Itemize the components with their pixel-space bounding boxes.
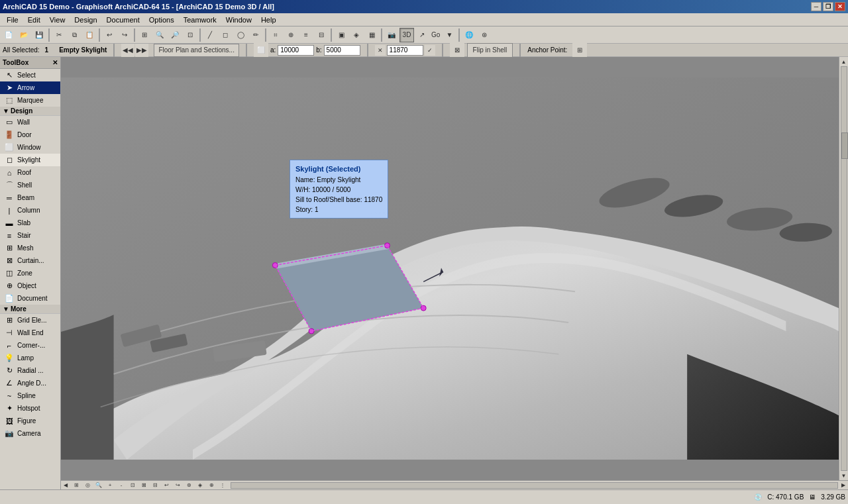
scroll-right-button[interactable]: ▶ xyxy=(839,481,847,489)
shell-tool[interactable]: ⌒ Shell xyxy=(0,179,60,191)
restore-button[interactable]: ❐ xyxy=(823,2,833,11)
hotspot-tool[interactable]: ✦ Hotspot xyxy=(0,402,60,415)
figure-tool[interactable]: 🖼 Figure xyxy=(0,415,60,427)
slab-tool[interactable]: ▬ Slab xyxy=(0,217,60,229)
sb-icon4[interactable]: + xyxy=(105,481,115,489)
menu-help[interactable]: Help xyxy=(257,15,280,25)
open-button[interactable]: 📂 xyxy=(17,28,31,42)
menu-window[interactable]: Window xyxy=(222,15,256,25)
menu-edit[interactable]: Edit xyxy=(24,15,44,25)
fit-button[interactable]: ⊡ xyxy=(183,28,197,42)
menu-design[interactable]: Design xyxy=(70,15,101,25)
redo-button[interactable]: ↪ xyxy=(117,28,132,42)
sb-icon11[interactable]: ⊛ xyxy=(184,481,194,489)
coord-check[interactable]: ✓ xyxy=(425,45,435,56)
skylight-tool[interactable]: ◻ Skylight xyxy=(0,154,60,166)
sb-icon5[interactable]: - xyxy=(116,481,127,489)
horizontal-scrollbar[interactable]: ◀ ⊞ ◎ 🔍 + - ⊡ ⊠ ⊟ ↩ ↪ ⊛ ◈ ⊕ ⋮ ▶ xyxy=(61,480,848,489)
marquee-tool[interactable]: ⬚ Marquee xyxy=(0,94,60,107)
render-btn1[interactable]: ▣ xyxy=(334,28,348,42)
angle-tool[interactable]: ∠ Angle D... xyxy=(0,377,60,389)
tool-btn6[interactable]: ⊕ xyxy=(284,28,298,42)
sb-icon12[interactable]: ◈ xyxy=(195,481,205,489)
sb-icon7[interactable]: ⊠ xyxy=(138,481,149,489)
menu-options[interactable]: Options xyxy=(145,15,178,25)
go-dropdown[interactable]: ▼ xyxy=(442,28,456,42)
tool-btn5[interactable]: ⌗ xyxy=(268,28,283,42)
coord-value[interactable]: 11870 xyxy=(387,45,423,56)
grid-element-tool[interactable]: ⊞ Grid Ele... xyxy=(0,314,60,327)
sb-icon13[interactable]: ⊕ xyxy=(206,481,217,489)
next-floor-button[interactable]: ▶▶ xyxy=(135,44,148,57)
wall-end-tool[interactable]: ⊣ Wall End xyxy=(0,327,60,339)
scroll-up-button[interactable]: ▲ xyxy=(840,58,848,66)
select-all-button[interactable]: ⊞ xyxy=(137,28,152,42)
draw-btn3[interactable]: ◯ xyxy=(233,28,248,42)
draw-btn2[interactable]: ◻ xyxy=(218,28,233,42)
arrow-tool[interactable]: ➤ Arrow xyxy=(0,81,60,94)
zoom-in-button[interactable]: 🔍 xyxy=(152,28,167,42)
beam-tool[interactable]: ═ Beam xyxy=(0,191,60,204)
zone-tool[interactable]: ◫ Zone xyxy=(0,267,60,279)
radial-tool[interactable]: ↻ Radial ... xyxy=(0,364,60,377)
undo-button[interactable]: ↩ xyxy=(102,28,117,42)
document-tool[interactable]: 📄 Document xyxy=(0,292,60,305)
sb-icon9[interactable]: ↩ xyxy=(161,481,172,489)
mesh-tool[interactable]: ⊞ Mesh xyxy=(0,242,60,254)
window-tool[interactable]: ⬜ Window xyxy=(0,141,60,154)
save-button[interactable]: 💾 xyxy=(32,28,46,42)
vertical-scrollbar[interactable]: ▲ ▼ xyxy=(839,57,848,480)
nav-btn1[interactable]: 🌐 xyxy=(462,28,476,42)
flip-shell-button[interactable]: Flip in Shell xyxy=(467,43,513,58)
sb-icon3[interactable]: 🔍 xyxy=(93,481,104,489)
corner-tool[interactable]: ⌐ Corner-... xyxy=(0,339,60,352)
minimize-button[interactable]: ─ xyxy=(811,2,822,11)
menu-view[interactable]: View xyxy=(46,15,70,25)
render-btn2[interactable]: ◈ xyxy=(349,28,364,42)
menu-document[interactable]: Document xyxy=(103,15,144,25)
a-value[interactable]: 10000 xyxy=(278,45,314,56)
copy-button[interactable]: ⧉ xyxy=(67,28,81,42)
sb-icon10[interactable]: ↪ xyxy=(172,481,183,489)
door-tool[interactable]: 🚪 Door xyxy=(0,128,60,141)
sb-icon2[interactable]: ◎ xyxy=(82,481,93,489)
tool-btn8[interactable]: ⊟ xyxy=(314,28,329,42)
more-section-header[interactable]: ▼ More xyxy=(0,305,60,314)
select-tool[interactable]: ↖ Select xyxy=(0,69,60,81)
skylight-icon-btn[interactable]: ⬜ xyxy=(254,43,268,58)
sb-icon1[interactable]: ⊞ xyxy=(71,481,81,489)
zoom-out-button[interactable]: 🔎 xyxy=(168,28,182,42)
floor-plan-button[interactable]: Floor Plan and Sections... xyxy=(154,44,239,57)
srf-btn[interactable]: ⊠ xyxy=(450,43,464,58)
3d-view-button[interactable]: 3D xyxy=(399,28,414,42)
scroll-left-button[interactable]: ◀ xyxy=(62,481,70,489)
menu-file[interactable]: File xyxy=(3,15,23,25)
wall-tool[interactable]: ▭ Wall xyxy=(0,116,60,128)
b-value[interactable]: 5000 xyxy=(324,45,360,56)
column-tool[interactable]: | Column xyxy=(0,204,60,217)
draw-btn1[interactable]: ╱ xyxy=(203,28,217,42)
stair-tool[interactable]: ≡ Stair xyxy=(0,229,60,242)
scroll-down-button[interactable]: ▼ xyxy=(840,472,848,479)
sb-icon8[interactable]: ⊟ xyxy=(150,481,160,489)
roof-tool[interactable]: ⌂ Roof xyxy=(0,166,60,179)
design-section-header[interactable]: ▼ Design xyxy=(0,107,60,116)
nav-btn2[interactable]: ⊛ xyxy=(477,28,492,42)
tool-btn7[interactable]: ≡ xyxy=(299,28,313,42)
sb-icon6[interactable]: ⊡ xyxy=(127,481,138,489)
spline-tool[interactable]: ~ Spline xyxy=(0,389,60,402)
close-button[interactable]: ✕ xyxy=(835,2,845,11)
prev-floor-button[interactable]: ◀◀ xyxy=(121,44,134,57)
v-scroll-thumb[interactable] xyxy=(841,132,848,159)
new-button[interactable]: 📄 xyxy=(1,28,16,42)
menu-teamwork[interactable]: Teamwork xyxy=(180,15,221,25)
draw-btn4[interactable]: ✏ xyxy=(248,28,263,42)
3d-viewport[interactable]: Skylight (Selected) Name: Empty Skylight… xyxy=(61,57,839,480)
camera-tool[interactable]: 📷 Camera xyxy=(0,427,60,440)
paste-button[interactable]: 📋 xyxy=(82,28,97,42)
lamp-tool[interactable]: 💡 Lamp xyxy=(0,352,60,364)
render-btn3[interactable]: ▦ xyxy=(364,28,379,42)
object-tool[interactable]: ⊕ Object xyxy=(0,279,60,292)
cut-button[interactable]: ✂ xyxy=(52,28,66,42)
sb-icon14[interactable]: ⋮ xyxy=(217,481,228,489)
